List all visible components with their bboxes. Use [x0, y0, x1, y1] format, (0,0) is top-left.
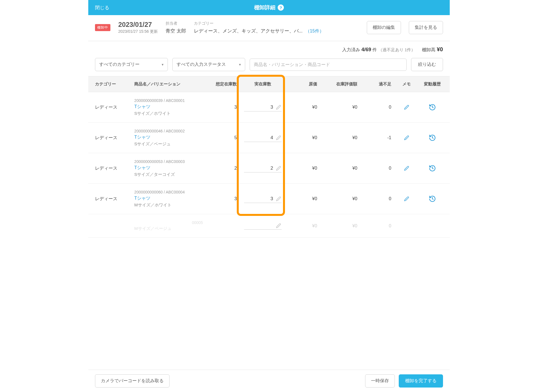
status-select-value: すべての入力ステータス [177, 62, 226, 67]
cell-product: 2000000000060 / ABC00004TシャツMサイズ／ホワイト [131, 184, 206, 214]
history-icon[interactable] [429, 196, 436, 201]
pencil-icon [276, 104, 281, 110]
summary-row: 入力済み 4/69 件 （過不足あり 1件） 棚卸高 ¥0 [88, 41, 450, 58]
page-title: 棚卸詳細 ? [254, 4, 284, 11]
edit-inventory-button[interactable]: 棚卸の編集 [367, 21, 401, 34]
cell-expected: 3 [206, 92, 240, 123]
th-expected: 想定在庫数 [206, 76, 240, 92]
table-row: レディース2000000000039 / ABC00001TシャツSサイズ／ホワ… [88, 92, 450, 123]
cell-category: レディース [88, 184, 131, 214]
product-name-link[interactable]: Tシャツ [134, 165, 203, 171]
product-variation: Mサイズ／ベージュ [134, 226, 203, 231]
memo-edit-icon[interactable] [404, 196, 409, 201]
cell-expected: 5 [206, 123, 240, 153]
actual-stock-value: 2 [270, 165, 273, 171]
total-label: 棚卸高 [422, 47, 437, 52]
cell-diff: -1 [360, 123, 394, 153]
assignee-value: 青空 太郎 [166, 28, 186, 34]
table-row: レディース2000000000053 / ABC00003TシャツSサイズ／ター… [88, 153, 450, 184]
view-summary-button[interactable]: 集計を見る [409, 21, 443, 34]
table-row: レディース2000000000046 / ABC00002TシャツSサイズ／ベー… [88, 123, 450, 153]
cell-history [419, 92, 450, 123]
category-label: カテゴリー [194, 21, 324, 26]
th-actual: 実在庫数 [240, 76, 286, 92]
product-name-link[interactable]: Tシャツ [134, 104, 203, 110]
actual-stock-input[interactable] [244, 222, 281, 230]
th-name: 商品名／バリエーション [131, 76, 206, 92]
category-text: レディース、メンズ、キッズ、アクセサリー、バ... [194, 28, 303, 34]
actual-stock-value: 3 [270, 196, 273, 202]
category-block: カテゴリー レディース、メンズ、キッズ、アクセサリー、バ... （15件） [194, 21, 324, 34]
product-code: 2000000000046 / ABC00002 [134, 129, 203, 133]
total-value: ¥0 [437, 46, 443, 52]
cell-expected: 3 [206, 184, 240, 214]
cell-cost: ¥0 [286, 184, 320, 214]
actual-stock-input[interactable]: 2 [244, 164, 281, 172]
th-valuation: 在庫評価額 [320, 76, 360, 92]
pencil-icon [276, 196, 281, 201]
cell-actual: 3 [240, 184, 286, 214]
page-title-text: 棚卸詳細 [254, 4, 275, 11]
history-icon[interactable] [429, 135, 436, 140]
history-icon[interactable] [429, 165, 436, 170]
chevron-down-icon: ▾ [162, 62, 164, 67]
date-block: 2023/01/27 2023/01/27 15:56 更新 [118, 21, 158, 34]
cell-diff: 0 [360, 92, 394, 123]
filter-button[interactable]: 絞り込む [411, 58, 443, 71]
cell-category [88, 214, 131, 238]
status-select[interactable]: すべての入力ステータス ▾ [172, 58, 245, 71]
product-name-link[interactable]: Tシャツ [134, 134, 203, 140]
cell-memo [394, 92, 419, 123]
cell-history [419, 123, 450, 153]
actual-stock-value: 4 [270, 135, 273, 141]
product-name-link[interactable]: Tシャツ [134, 195, 203, 201]
product-variation: Sサイズ／ターコイズ [134, 172, 203, 177]
product-variation: Mサイズ／ホワイト [134, 202, 203, 208]
category-select[interactable]: すべてのカテゴリー ▾ [95, 58, 168, 71]
actual-stock-input[interactable]: 3 [244, 195, 281, 203]
cell-product: 2000000000046 / ABC00002TシャツSサイズ／ベージュ [131, 123, 206, 153]
product-variation: Sサイズ／ホワイト [134, 111, 203, 116]
status-badge: 棚卸中 [95, 24, 110, 31]
entered-label: 入力済み [342, 47, 361, 52]
cell-memo [394, 184, 419, 214]
th-category: カテゴリー [88, 76, 131, 92]
actual-stock-value: 3 [270, 104, 273, 110]
memo-edit-icon[interactable] [404, 105, 409, 109]
pencil-icon [276, 165, 281, 171]
topbar: 閉じる 棚卸詳細 ? [88, 0, 450, 15]
cell-category: レディース [88, 153, 131, 184]
cell-actual: 4 [240, 123, 286, 153]
cell-actual: 3 [240, 92, 286, 123]
search-input[interactable] [250, 59, 407, 71]
product-variation: Sサイズ／ベージュ [134, 141, 203, 147]
entered-count: 4/69 [361, 47, 371, 52]
product-code: 2000000000060 / ABC00004 [134, 190, 203, 194]
actual-stock-input[interactable]: 3 [244, 103, 281, 111]
assignee-block: 担当者 青空 太郎 [166, 21, 186, 34]
cell-product: 2000000000039 / ABC00001TシャツSサイズ／ホワイト [131, 92, 206, 123]
updated-timestamp: 2023/01/27 15:56 更新 [118, 29, 158, 34]
close-button[interactable]: 閉じる [88, 4, 116, 11]
chevron-down-icon: ▾ [239, 62, 241, 67]
category-select-value: すべてのカテゴリー [99, 62, 140, 67]
product-code: 2000000000053 / ABC00003 [134, 159, 203, 164]
category-count-link[interactable]: （15件） [305, 28, 324, 34]
cell-cost: ¥0 [286, 153, 320, 184]
memo-edit-icon[interactable] [404, 166, 409, 171]
entered-unit: 件 [372, 47, 377, 52]
help-icon[interactable]: ? [278, 4, 284, 11]
cell-product: 00005Mサイズ／ベージュ [131, 214, 206, 238]
table-header-row: カテゴリー 商品名／バリエーション 想定在庫数 実在庫数 原価 在庫評価額 過不… [88, 76, 450, 92]
inventory-date: 2023/01/27 [118, 21, 158, 29]
th-memo: メモ [394, 76, 419, 92]
table-wrapper: カテゴリー 商品名／バリエーション 想定在庫数 実在庫数 原価 在庫評価額 過不… [88, 76, 450, 238]
table-row: レディース2000000000060 / ABC00004TシャツMサイズ／ホワ… [88, 184, 450, 214]
memo-edit-icon[interactable] [404, 135, 409, 140]
excess-label: （過不足あり 1件） [378, 47, 416, 52]
cell-category: レディース [88, 92, 131, 123]
total-summary: 棚卸高 ¥0 [422, 46, 443, 53]
actual-stock-input[interactable]: 4 [244, 134, 281, 142]
history-icon[interactable] [429, 104, 436, 109]
cell-diff: 0 [360, 184, 394, 214]
